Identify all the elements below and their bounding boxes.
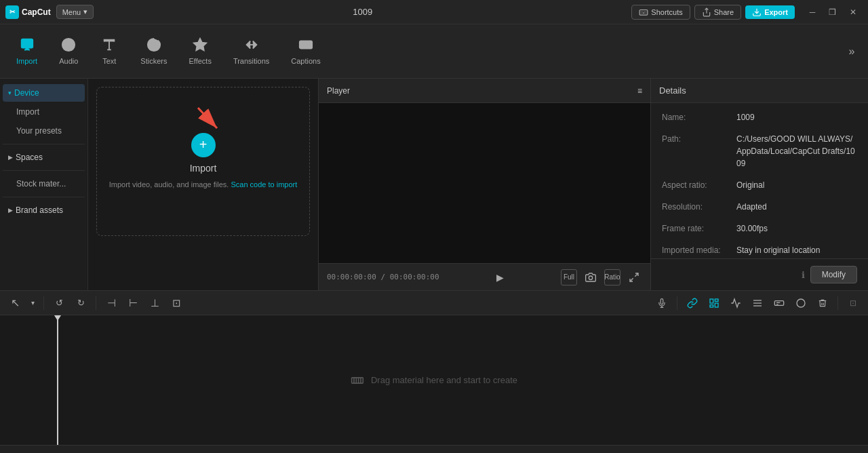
tab-text-label: Text (102, 57, 116, 65)
menu-chevron: ▾ (83, 7, 87, 16)
details-body: Name: 1009 Path: C:/Users/GOOD WILL ALWA… (651, 103, 868, 258)
timeline-divider-2 (96, 296, 96, 310)
trash-icon (818, 298, 827, 308)
full-button[interactable]: Full (561, 269, 577, 285)
detail-value-name: 1009 (736, 111, 857, 123)
sidebar-item-your-presets[interactable]: Your presets (3, 122, 85, 140)
shortcuts-button[interactable]: Shortcuts (631, 5, 690, 20)
player-view-controls: Full Ratio (561, 269, 642, 285)
timeline-body: Drag material here and start to create (0, 315, 868, 445)
player-time-total: 00:00:00:00 (390, 273, 439, 281)
svg-rect-19 (300, 41, 312, 49)
screenshot-button[interactable] (583, 269, 599, 285)
circle-icon (795, 298, 806, 309)
svg-point-39 (797, 299, 805, 307)
svg-rect-0 (639, 9, 648, 15)
tab-captions[interactable]: Captions (280, 32, 331, 71)
sidebar-spaces-label: Spaces (16, 153, 43, 162)
tab-transitions[interactable]: Transitions (222, 32, 280, 71)
trash-button[interactable] (813, 294, 832, 312)
detail-value-path: C:/Users/GOOD WILL ALWAYS/AppData/Local/… (736, 133, 857, 170)
tab-stickers-label: Stickers (140, 57, 167, 65)
split-button[interactable]: ⊥ (145, 294, 164, 312)
play-button[interactable]: ▶ (492, 269, 508, 285)
share-icon (702, 7, 711, 17)
sidebar-divider-3 (3, 197, 85, 197)
close-button[interactable]: ✕ (844, 5, 863, 20)
window-title: 1009 (353, 7, 372, 17)
stickers-icon (146, 37, 161, 54)
player-viewport (319, 103, 650, 263)
sidebar-item-spaces[interactable]: ▶ Spaces (3, 149, 85, 166)
tab-captions-label: Captions (291, 57, 320, 65)
split-left-button[interactable]: ⊣ (102, 294, 121, 312)
screenshot-icon (585, 272, 596, 283)
tab-effects-label: Effects (189, 57, 211, 65)
split-audio-button[interactable] (748, 294, 767, 312)
restore-button[interactable]: ❒ (823, 5, 842, 20)
tab-audio[interactable]: Audio (48, 32, 89, 71)
player-panel: Player ≡ 00:00:00:00 / 00:00:00:00 ▶ (319, 79, 651, 290)
link-segments-button[interactable] (683, 294, 702, 312)
tab-text[interactable]: Text (89, 32, 130, 71)
details-header: Details (651, 79, 868, 103)
share-button[interactable]: Share (694, 5, 741, 20)
import-label: Import (190, 163, 217, 174)
detail-value-imported-media: Stay in original location (736, 244, 857, 256)
select-dropdown[interactable]: ▾ (27, 294, 38, 312)
left-panel: ▾ Device Import Your presets ▶ Spaces St… (0, 79, 319, 290)
player-header: Player ≡ (319, 79, 650, 103)
app-name: CapCut (22, 7, 51, 17)
expand-button[interactable]: ⊡ (844, 294, 863, 312)
timeline-scrollbar[interactable] (0, 445, 868, 453)
mic-button[interactable] (652, 294, 671, 312)
details-title: Details (659, 85, 686, 96)
detail-value-aspect: Original (736, 179, 857, 191)
scan-code-link[interactable]: Scan code to import (231, 180, 297, 189)
link-button[interactable] (726, 294, 745, 312)
sidebar-import-label: Import (16, 107, 39, 117)
select-tool[interactable]: ↖ (5, 294, 24, 312)
sidebar-device-label: Device (14, 88, 39, 98)
subtitle-button[interactable] (770, 294, 789, 312)
export-label: Export (764, 8, 788, 16)
sidebar-item-import[interactable]: Import (3, 103, 85, 121)
split-right-button[interactable]: ⊢ (123, 294, 142, 312)
detail-row-name: Name: 1009 (662, 111, 857, 123)
share-label: Share (714, 8, 734, 16)
fullscreen-button[interactable] (626, 269, 642, 285)
detail-label-imported-media: Imported media: (662, 244, 736, 256)
detail-label-path: Path: (662, 133, 736, 170)
import-drop-zone[interactable]: + Import Import video, audio, and image … (96, 87, 310, 236)
app-body: Import Audio Text Stick (0, 24, 868, 453)
minimize-button[interactable]: ─ (803, 5, 822, 20)
modify-button[interactable]: Modify (810, 266, 857, 283)
redo-button[interactable]: ↻ (71, 294, 90, 312)
export-button[interactable]: Export (745, 5, 795, 19)
timeline-toolbar: ↖ ▾ ↺ ↻ ⊣ ⊢ ⊥ ⊡ (0, 291, 868, 315)
sidebar-item-stock-material[interactable]: Stock mater... (3, 175, 85, 193)
tab-import[interactable]: Import (5, 32, 48, 71)
import-description: Import video, audio, and image files. Sc… (109, 179, 298, 191)
circle-button[interactable] (791, 294, 810, 312)
ratio-button[interactable]: Ratio (604, 269, 620, 285)
toolbar-more-button[interactable]: » (841, 41, 863, 62)
transitions-icon (244, 37, 259, 54)
sidebar-item-device[interactable]: ▾ Device (3, 84, 85, 102)
player-menu-icon[interactable]: ≡ (637, 86, 642, 96)
tab-effects[interactable]: Effects (178, 32, 222, 71)
timeline-track-area[interactable]: Drag material here and start to create (0, 315, 868, 445)
sidebar-item-brand-assets[interactable]: ▶ Brand assets (3, 201, 85, 219)
import-area: + Import Import video, audio, and image … (88, 79, 318, 290)
svg-rect-30 (715, 299, 718, 301)
undo-button[interactable]: ↺ (50, 294, 68, 312)
menu-button[interactable]: Menu ▾ (56, 5, 94, 19)
layout-button[interactable] (705, 294, 724, 312)
titlebar-right: Shortcuts Share Export ─ ❒ ✕ (631, 5, 863, 20)
delete-button[interactable]: ⊡ (167, 294, 186, 312)
detail-row-path: Path: C:/Users/GOOD WILL ALWAYS/AppData/… (662, 133, 857, 170)
detail-label-framerate: Frame rate: (662, 222, 736, 235)
sidebar-brand-label: Brand assets (16, 205, 63, 215)
tab-stickers[interactable]: Stickers (130, 32, 178, 71)
tab-import-label: Import (16, 57, 37, 65)
